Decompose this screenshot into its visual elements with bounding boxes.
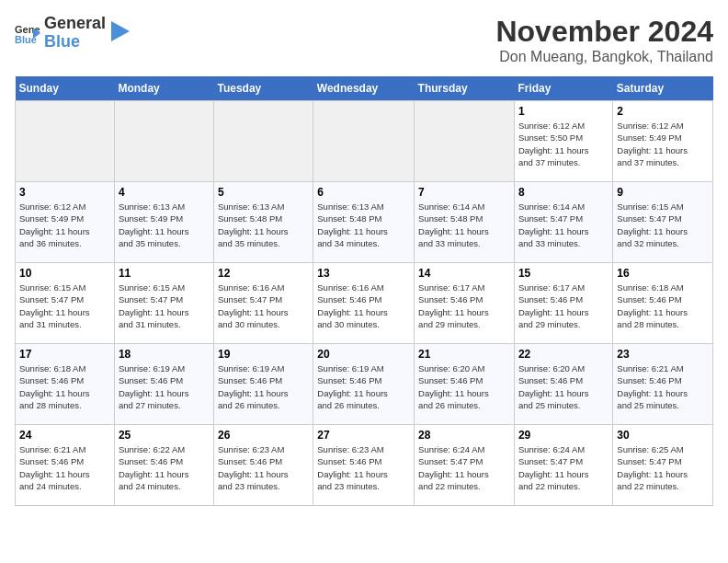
weekday-header-tuesday: Tuesday: [214, 76, 313, 101]
logo-general: General: [44, 15, 106, 33]
calendar-cell: 13Sunrise: 6:16 AM Sunset: 5:46 PM Dayli…: [313, 263, 415, 344]
day-number: 23: [617, 348, 709, 361]
calendar-cell: 23Sunrise: 6:21 AM Sunset: 5:46 PM Dayli…: [613, 344, 713, 425]
calendar-cell: 9Sunrise: 6:15 AM Sunset: 5:47 PM Daylig…: [613, 182, 713, 263]
day-info: Sunrise: 6:24 AM Sunset: 5:47 PM Dayligh…: [418, 443, 510, 492]
calendar-cell: 28Sunrise: 6:24 AM Sunset: 5:47 PM Dayli…: [415, 425, 515, 506]
calendar-cell: [214, 101, 313, 182]
calendar-week-5: 24Sunrise: 6:21 AM Sunset: 5:46 PM Dayli…: [16, 425, 713, 506]
day-number: 13: [317, 267, 410, 280]
calendar-cell: 16Sunrise: 6:18 AM Sunset: 5:46 PM Dayli…: [613, 263, 713, 344]
day-info: Sunrise: 6:18 AM Sunset: 5:46 PM Dayligh…: [19, 362, 110, 411]
day-info: Sunrise: 6:14 AM Sunset: 5:47 PM Dayligh…: [518, 201, 609, 249]
day-info: Sunrise: 6:21 AM Sunset: 5:46 PM Dayligh…: [617, 362, 709, 411]
weekday-header-thursday: Thursday: [415, 76, 515, 101]
day-info: Sunrise: 6:18 AM Sunset: 5:46 PM Dayligh…: [617, 282, 709, 330]
day-number: 20: [317, 348, 410, 361]
month-title: November 2024: [495, 15, 713, 49]
calendar-cell: 25Sunrise: 6:22 AM Sunset: 5:46 PM Dayli…: [114, 425, 213, 506]
day-number: 3: [19, 186, 110, 199]
day-number: 27: [317, 429, 410, 442]
day-number: 26: [218, 429, 309, 442]
day-info: Sunrise: 6:15 AM Sunset: 5:47 PM Dayligh…: [119, 282, 210, 330]
calendar-cell: 5Sunrise: 6:13 AM Sunset: 5:48 PM Daylig…: [214, 182, 313, 263]
day-info: Sunrise: 6:20 AM Sunset: 5:46 PM Dayligh…: [518, 362, 609, 411]
day-info: Sunrise: 6:16 AM Sunset: 5:46 PM Dayligh…: [317, 282, 410, 330]
calendar-cell: 27Sunrise: 6:23 AM Sunset: 5:46 PM Dayli…: [313, 425, 415, 506]
calendar-week-1: 1Sunrise: 6:12 AM Sunset: 5:50 PM Daylig…: [16, 101, 713, 182]
weekday-header-friday: Friday: [514, 76, 612, 101]
day-info: Sunrise: 6:19 AM Sunset: 5:46 PM Dayligh…: [317, 362, 410, 411]
calendar-cell: 22Sunrise: 6:20 AM Sunset: 5:46 PM Dayli…: [514, 344, 612, 425]
day-number: 5: [218, 186, 309, 199]
day-info: Sunrise: 6:13 AM Sunset: 5:48 PM Dayligh…: [317, 201, 410, 249]
day-number: 22: [518, 348, 609, 361]
calendar-cell: 12Sunrise: 6:16 AM Sunset: 5:47 PM Dayli…: [214, 263, 313, 344]
calendar-cell: [415, 101, 515, 182]
calendar-cell: [16, 101, 115, 182]
day-info: Sunrise: 6:19 AM Sunset: 5:46 PM Dayligh…: [218, 362, 309, 411]
day-info: Sunrise: 6:16 AM Sunset: 5:47 PM Dayligh…: [218, 282, 309, 330]
day-number: 28: [418, 429, 510, 442]
day-info: Sunrise: 6:13 AM Sunset: 5:48 PM Dayligh…: [218, 201, 309, 249]
weekday-header-sunday: Sunday: [16, 76, 115, 101]
day-number: 12: [218, 267, 309, 280]
calendar-cell: 7Sunrise: 6:14 AM Sunset: 5:48 PM Daylig…: [415, 182, 515, 263]
day-info: Sunrise: 6:14 AM Sunset: 5:48 PM Dayligh…: [418, 201, 510, 249]
calendar-cell: 19Sunrise: 6:19 AM Sunset: 5:46 PM Dayli…: [214, 344, 313, 425]
weekday-header-row: SundayMondayTuesdayWednesdayThursdayFrid…: [16, 76, 713, 101]
day-number: 4: [119, 186, 210, 199]
logo: General Blue General Blue: [15, 15, 130, 52]
day-info: Sunrise: 6:23 AM Sunset: 5:46 PM Dayligh…: [218, 443, 309, 492]
calendar-week-4: 17Sunrise: 6:18 AM Sunset: 5:46 PM Dayli…: [16, 344, 713, 425]
day-number: 21: [418, 348, 510, 361]
logo-arrow-icon: [111, 21, 130, 41]
calendar-cell: 24Sunrise: 6:21 AM Sunset: 5:46 PM Dayli…: [16, 425, 115, 506]
header: General Blue General Blue November 2024 …: [15, 15, 713, 65]
calendar-cell: 15Sunrise: 6:17 AM Sunset: 5:46 PM Dayli…: [514, 263, 612, 344]
day-number: 18: [119, 348, 210, 361]
calendar-cell: [313, 101, 415, 182]
calendar-cell: 8Sunrise: 6:14 AM Sunset: 5:47 PM Daylig…: [514, 182, 612, 263]
day-info: Sunrise: 6:12 AM Sunset: 5:50 PM Dayligh…: [518, 120, 609, 168]
day-info: Sunrise: 6:12 AM Sunset: 5:49 PM Dayligh…: [617, 120, 709, 168]
weekday-header-wednesday: Wednesday: [313, 76, 415, 101]
day-number: 19: [218, 348, 309, 361]
calendar-cell: 11Sunrise: 6:15 AM Sunset: 5:47 PM Dayli…: [114, 263, 213, 344]
day-info: Sunrise: 6:15 AM Sunset: 5:47 PM Dayligh…: [617, 201, 709, 249]
day-info: Sunrise: 6:12 AM Sunset: 5:49 PM Dayligh…: [19, 201, 110, 249]
calendar-cell: 1Sunrise: 6:12 AM Sunset: 5:50 PM Daylig…: [514, 101, 612, 182]
day-number: 14: [418, 267, 510, 280]
day-info: Sunrise: 6:13 AM Sunset: 5:49 PM Dayligh…: [119, 201, 210, 249]
calendar-cell: 2Sunrise: 6:12 AM Sunset: 5:49 PM Daylig…: [613, 101, 713, 182]
day-number: 6: [317, 186, 410, 199]
day-info: Sunrise: 6:17 AM Sunset: 5:46 PM Dayligh…: [518, 282, 609, 330]
calendar-cell: 30Sunrise: 6:25 AM Sunset: 5:47 PM Dayli…: [613, 425, 713, 506]
calendar-cell: 10Sunrise: 6:15 AM Sunset: 5:47 PM Dayli…: [16, 263, 115, 344]
day-number: 1: [518, 105, 609, 118]
calendar-cell: 18Sunrise: 6:19 AM Sunset: 5:46 PM Dayli…: [114, 344, 213, 425]
svg-text:Blue: Blue: [15, 34, 37, 45]
location-title: Don Mueang, Bangkok, Thailand: [495, 49, 713, 65]
calendar-cell: 6Sunrise: 6:13 AM Sunset: 5:48 PM Daylig…: [313, 182, 415, 263]
day-number: 24: [19, 429, 110, 442]
calendar-cell: 17Sunrise: 6:18 AM Sunset: 5:46 PM Dayli…: [16, 344, 115, 425]
weekday-header-saturday: Saturday: [613, 76, 713, 101]
logo-blue: Blue: [44, 33, 106, 52]
logo-icon: General Blue: [15, 20, 40, 46]
calendar-week-2: 3Sunrise: 6:12 AM Sunset: 5:49 PM Daylig…: [16, 182, 713, 263]
title-area: November 2024 Don Mueang, Bangkok, Thail…: [495, 15, 713, 65]
day-number: 17: [19, 348, 110, 361]
day-number: 7: [418, 186, 510, 199]
day-number: 30: [617, 429, 709, 442]
day-info: Sunrise: 6:22 AM Sunset: 5:46 PM Dayligh…: [119, 443, 210, 492]
day-info: Sunrise: 6:25 AM Sunset: 5:47 PM Dayligh…: [617, 443, 709, 492]
calendar-cell: [114, 101, 213, 182]
day-number: 10: [19, 267, 110, 280]
day-number: 2: [617, 105, 709, 118]
day-number: 29: [518, 429, 609, 442]
day-info: Sunrise: 6:19 AM Sunset: 5:46 PM Dayligh…: [119, 362, 210, 411]
calendar-cell: 20Sunrise: 6:19 AM Sunset: 5:46 PM Dayli…: [313, 344, 415, 425]
day-info: Sunrise: 6:15 AM Sunset: 5:47 PM Dayligh…: [19, 282, 110, 330]
day-info: Sunrise: 6:21 AM Sunset: 5:46 PM Dayligh…: [19, 443, 110, 492]
